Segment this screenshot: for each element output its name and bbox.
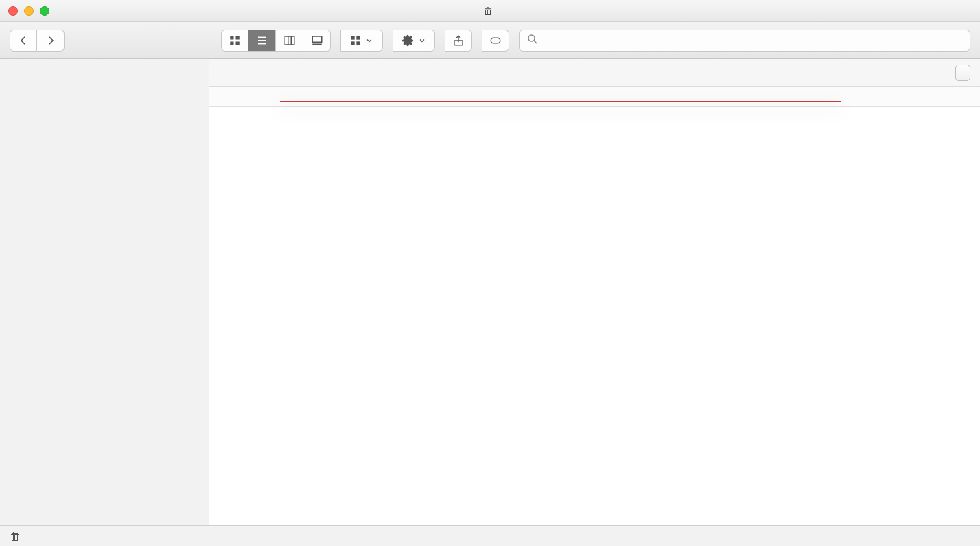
search-field[interactable] [519,30,970,52]
list-view-button[interactable] [248,30,276,52]
svg-line-21 [534,41,537,43]
file-list [209,107,980,525]
sidebar [0,59,209,525]
trash-icon: 🗑 [483,5,493,16]
action-button[interactable] [393,30,435,52]
svg-rect-0 [230,36,233,39]
content-area [209,59,980,525]
tag-button[interactable] [482,30,509,52]
svg-rect-1 [236,36,240,39]
action-button-group [393,30,435,52]
empty-trash-button[interactable] [955,65,970,81]
svg-rect-13 [356,36,360,40]
window-title: 🗑 [0,5,980,16]
group-by-button-group [340,30,383,52]
forward-button[interactable] [37,30,65,52]
search-input[interactable] [544,34,963,47]
svg-point-20 [528,35,535,41]
icon-view-button[interactable] [221,30,248,52]
column-view-button[interactable] [276,30,303,52]
svg-rect-12 [351,36,355,40]
svg-rect-2 [230,41,233,45]
toolbar [0,22,980,59]
svg-rect-15 [356,41,360,45]
path-bar: 🗑 [0,525,980,546]
group-by-button[interactable] [340,30,383,52]
svg-rect-14 [351,41,355,45]
back-button[interactable] [10,30,37,52]
context-menu [280,101,841,102]
titlebar: 🗑 [0,0,980,22]
svg-rect-18 [491,38,500,43]
search-icon [526,33,539,47]
svg-rect-10 [312,36,322,42]
svg-rect-3 [236,41,240,45]
column-headers[interactable] [209,87,980,107]
svg-rect-7 [285,36,294,45]
nav-buttons [10,30,65,52]
share-button[interactable] [445,30,472,52]
trash-icon: 🗑 [10,530,21,543]
view-mode-buttons [221,30,331,52]
gallery-view-button[interactable] [303,30,331,52]
content-header [209,59,980,87]
